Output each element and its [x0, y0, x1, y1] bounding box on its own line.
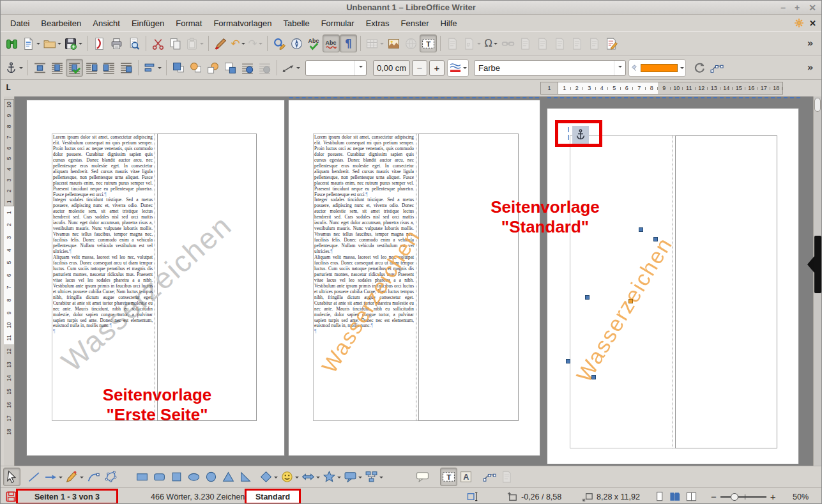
to-foreground-button[interactable]	[239, 59, 256, 77]
word-count-status[interactable]: 466 Wörter, 3.230 Zeichen	[151, 488, 245, 504]
selection-handle[interactable]	[591, 375, 596, 379]
insert-chart-button[interactable]	[402, 34, 420, 52]
menu-ansicht[interactable]: Ansicht	[87, 17, 126, 30]
edit-points-tool[interactable]	[481, 468, 498, 486]
new-document-button[interactable]	[20, 34, 42, 52]
line-color-dropdown[interactable]	[463, 67, 467, 71]
page-1-text[interactable]: Lorem ipsum dolor sit amet, consectetur …	[53, 135, 153, 335]
increase-width-button[interactable]: +	[429, 60, 445, 76]
single-page-view-button[interactable]	[653, 488, 666, 504]
send-to-back-button[interactable]	[222, 59, 239, 77]
cut-button[interactable]	[149, 34, 167, 52]
text-frame[interactable]	[418, 134, 519, 421]
curve-tool[interactable]	[85, 468, 102, 486]
menu-format[interactable]: Format	[170, 17, 208, 30]
arrow-tool[interactable]	[43, 468, 64, 486]
menu-fenster[interactable]: Fenster	[395, 17, 435, 30]
tab-stop-indicator[interactable]: L	[6, 82, 11, 92]
select-tool[interactable]	[3, 468, 20, 486]
copy-button[interactable]	[167, 34, 184, 52]
maximize-button[interactable]: +	[795, 2, 800, 13]
zoom-in-icon[interactable]: +	[770, 491, 776, 502]
callouts-tool[interactable]	[342, 468, 363, 486]
zoom-out-icon[interactable]: −	[711, 491, 717, 502]
triangle-tool[interactable]	[220, 468, 237, 486]
print-button[interactable]	[108, 34, 125, 52]
book-view-button[interactable]	[685, 488, 697, 504]
edit-points-button[interactable]	[708, 59, 726, 77]
insert-image-button[interactable]	[385, 34, 402, 52]
object-size-status[interactable]: 8,28 x 11,92	[582, 488, 640, 504]
find-toolbar-button[interactable]	[3, 34, 20, 52]
menu-formular[interactable]: Formular	[316, 17, 360, 30]
cursor-position-status[interactable]: -0,26 / 8,58	[506, 488, 561, 504]
polygon-tool[interactable]	[102, 468, 119, 486]
basic-shapes-tool[interactable]	[258, 468, 279, 486]
square-tool[interactable]	[168, 468, 185, 486]
page-style-status[interactable]: Standard	[245, 489, 301, 504]
vertical-scrollbar[interactable]	[813, 96, 821, 466]
rounded-rectangle-tool[interactable]	[151, 468, 168, 486]
insert-endnote-button[interactable]	[534, 34, 551, 52]
anchor-icon[interactable]	[572, 126, 589, 144]
menu-tabelle[interactable]: Tabelle	[277, 17, 315, 30]
wrap-left-button[interactable]	[83, 59, 100, 77]
insert-textbox-toggle[interactable]: T	[420, 34, 437, 52]
menu-formatvorlagen[interactable]: Formatvorlagen	[208, 17, 277, 30]
selection-handle[interactable]	[653, 237, 658, 241]
fontwork-tool[interactable]: A	[457, 468, 475, 486]
selection-handle[interactable]	[566, 359, 570, 363]
spelling-button[interactable]: Abc	[305, 34, 323, 52]
line-width-input[interactable]: 0,00 cm	[373, 60, 410, 76]
insert-field-button[interactable]	[444, 34, 461, 52]
print-preview-button[interactable]	[125, 34, 142, 52]
circle-tool[interactable]	[202, 468, 220, 486]
wrap-page-button[interactable]	[49, 59, 66, 77]
page-count-status[interactable]: Seiten 1 - 3 von 3	[16, 489, 118, 504]
navigator-button[interactable]	[288, 34, 305, 52]
special-character-button[interactable]: Ω	[482, 34, 499, 52]
page-3[interactable]: ¶ Wasserzeichen	[547, 108, 799, 464]
line-tool[interactable]	[26, 468, 43, 486]
vertical-ruler[interactable]: 10987654321123456789101112131415161718	[4, 96, 15, 466]
anchor-button[interactable]	[3, 59, 24, 77]
freeform-line-tool[interactable]	[64, 468, 85, 486]
insert-hyperlink-button[interactable]	[499, 34, 517, 52]
insert-comment-button[interactable]	[586, 34, 603, 52]
wrap-right-button[interactable]	[100, 59, 118, 77]
formatting-marks-toggle[interactable]: ¶	[340, 34, 357, 52]
zoom-level-status[interactable]: 50%	[793, 488, 809, 504]
paste-button[interactable]	[184, 34, 205, 52]
sidebar-show-arrow-icon[interactable]	[807, 256, 814, 273]
menu-einfgen[interactable]: Einfügen	[126, 17, 170, 30]
insert-bookmark-button[interactable]	[551, 34, 568, 52]
insert-comment-tool[interactable]	[414, 468, 431, 486]
line-color-button[interactable]	[447, 59, 469, 77]
decrease-width-button[interactable]: −	[412, 60, 427, 76]
text-box-tool[interactable]: T	[440, 468, 457, 486]
close-document-icon[interactable]: ✕	[809, 19, 816, 28]
forward-one-button[interactable]	[187, 59, 204, 77]
open-button[interactable]	[42, 34, 63, 52]
line-style-select[interactable]	[305, 60, 367, 76]
menu-hilfe[interactable]: Hilfe	[435, 17, 463, 30]
toolbar-overflow-button[interactable]: »	[802, 34, 819, 52]
fill-color-dropdown[interactable]	[680, 67, 684, 71]
menu-datei[interactable]: Datei	[4, 17, 35, 30]
zoom-slider[interactable]: − +	[711, 488, 776, 504]
redo-button[interactable]: ↷	[247, 34, 264, 52]
selection-handle[interactable]	[639, 227, 643, 232]
ellipse-tool[interactable]	[185, 468, 202, 486]
selection-handle[interactable]	[585, 295, 590, 300]
rectangle-tool[interactable]	[133, 468, 151, 486]
toolbar-overflow-button-2[interactable]: »	[802, 59, 819, 77]
close-button[interactable]: ✕	[809, 2, 816, 13]
insert-table-button[interactable]	[364, 34, 385, 52]
selection-mode-icon[interactable]	[467, 488, 479, 504]
wrap-through-button[interactable]	[118, 59, 135, 77]
sidebar-handle[interactable]	[814, 236, 821, 293]
find-replace-button[interactable]	[271, 34, 288, 52]
minimize-button[interactable]: –	[780, 2, 786, 13]
right-triangle-tool[interactable]	[237, 468, 254, 486]
stars-banners-tool[interactable]	[321, 468, 342, 486]
